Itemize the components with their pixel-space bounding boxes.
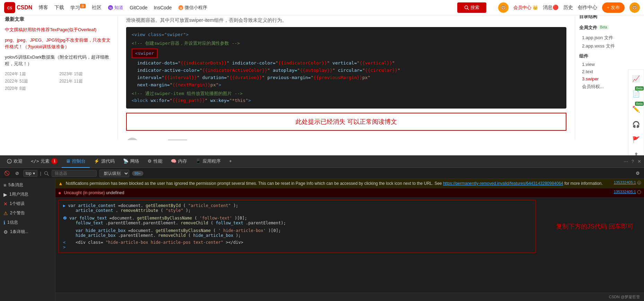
publish-button[interactable]: + 发布: [602, 2, 625, 13]
year-stats: 2024年 1篇 2023年 15篇 2022年 51篇 2021年 11篇 2…: [0, 69, 117, 94]
article-link-0[interactable]: 中文撰稿好用软件推荐TexPage(似于Overleaf): [0, 25, 117, 35]
warnings-icon: ⚠: [3, 210, 8, 216]
devtools-close[interactable]: ✕: [637, 159, 641, 164]
code-line-1: ▶ var article_content =document. getElem…: [63, 203, 531, 208]
nav-zhidao[interactable]: 知 知道: [108, 5, 123, 11]
top-selector[interactable]: top ▾: [23, 170, 37, 177]
svg-text:知: 知: [109, 6, 112, 10]
user-messages-icon: ▶: [3, 192, 7, 197]
toc-item-appjson[interactable]: 1.app.json 文件: [579, 34, 640, 42]
sidebar-user-messages[interactable]: ▶ 1用户消息: [0, 190, 55, 199]
messages-btn[interactable]: 消息🔴: [543, 5, 558, 11]
all-messages-label: 5条消息: [8, 182, 23, 188]
info-icon: ℹ: [3, 220, 5, 225]
navbar-right: 🐵 会员中心👑 消息🔴 历史 创作中心 + 发布 🐵: [498, 2, 640, 13]
errors-icon: ✕: [3, 201, 8, 207]
article-area: 3.swiper 滑块视图容器。其中只可放置swiper-item组件，否则会导…: [118, 0, 575, 140]
uncaught-file: 135332405:1: [614, 190, 641, 194]
overlay-notice: 此处提示已经消失 可以正常阅读博文: [126, 113, 566, 131]
console-main: ▲ Notifications permission has been bloc…: [55, 179, 644, 301]
settings-btn[interactable]: ⚙: [634, 170, 641, 177]
right-doc-icon[interactable]: 📄 Beta: [630, 88, 642, 100]
create-btn[interactable]: 创作中心: [578, 5, 597, 11]
nav-inscode[interactable]: InsCode: [154, 5, 172, 10]
svg-line-7: [467, 8, 469, 10]
nav-gitcode[interactable]: GitCode: [130, 5, 147, 10]
devtools-panel: ⌂ 欢迎 </> 元素 1 🖥 控制台 ⚡ 源代码 📡 网络 ⚙ 性能 🧠 内存: [0, 155, 644, 301]
code-line-2: article_content . removeAttribute ( "sty…: [63, 208, 531, 213]
toc-section-components[interactable]: 组件: [579, 53, 640, 59]
devtools-tab-console[interactable]: 🖥 控制台: [62, 155, 90, 168]
sidebar-warnings[interactable]: ⚠ 2个警告: [0, 208, 55, 218]
errors-label: 1个错误: [10, 201, 25, 207]
toc-beta-badge: Beta: [599, 25, 609, 29]
member-center[interactable]: 会员中心👑: [513, 5, 538, 11]
log-level-select[interactable]: 默认级别: [99, 170, 129, 177]
article-desc: 滑块视图容器。其中只可放置swiper-item组件，否则会导致未定义的行为。: [126, 17, 566, 24]
devtools-tab-network[interactable]: 📡 网络: [119, 155, 143, 168]
sidebar-detail[interactable]: ⚙ 1条详细...: [0, 227, 55, 237]
search-button[interactable]: 搜索: [457, 2, 486, 13]
devtools-tab-memory[interactable]: 🧠 内存: [167, 155, 191, 168]
toc-item-view[interactable]: 1.view: [579, 61, 640, 68]
uncaught-file-link[interactable]: 135332405:1: [614, 190, 636, 194]
detail-icon: ⚙: [3, 229, 8, 235]
year-2: 2022年 51篇: [5, 78, 58, 84]
devtools-tab-elements[interactable]: </> 元素 1: [27, 155, 62, 168]
devtools-tab-performance[interactable]: ⚙ 性能: [143, 155, 167, 168]
notification-link[interactable]: https://permanently-removed.invalid/feat…: [443, 181, 563, 186]
nav-learn[interactable]: 学习新: [70, 4, 86, 11]
code-line-3: ❷ var follow_text =document. getElements…: [63, 216, 531, 221]
right-headphone-icon[interactable]: 🎧: [630, 118, 642, 131]
devtools-tab-welcome[interactable]: ⌂ 欢迎: [3, 155, 27, 168]
sidebar-errors[interactable]: ✕ 1个错误: [0, 199, 55, 208]
navbar: CS CSDN 博客 下载 学习新 社区 知 知道 GitCode InsCod…: [0, 0, 644, 15]
right-floating-icons: 📈 📄 Beta ✏️ Beta 🎧 🚩 ⬆: [628, 69, 644, 164]
notification-file-link[interactable]: 135332405:1: [614, 180, 636, 184]
devtools-tab-add[interactable]: +: [225, 155, 236, 168]
upper-main: 强烈不推荐 不推荐 一般般 推荐 强烈推荐 最新文章 中文撰稿好用软件推荐Tex…: [0, 0, 644, 140]
devtools-toolbar: 🚫 ⊘ top ▾ | 默认级别 99+ ⚙: [0, 168, 644, 179]
svg-line-19: [47, 174, 49, 175]
right-chart-icon[interactable]: 📈: [630, 72, 642, 85]
toc-section-global[interactable]: 全局文件: [579, 25, 597, 31]
year-4: 2020年 8篇: [5, 86, 58, 92]
hint-text: 复制下方的JS代码 回车即可: [556, 222, 634, 231]
notification-msg-text: Notifications permission has been blocke…: [66, 180, 611, 187]
console-filter-input[interactable]: [52, 170, 97, 177]
year-1: 2023年 15篇: [60, 71, 113, 77]
sidebar-info[interactable]: ℹ 1信息: [0, 218, 55, 227]
nav-download[interactable]: 下载: [54, 5, 64, 11]
console-msg-uncaught: ● Uncaught (in promise) undefined 135332…: [55, 188, 644, 198]
devtools-more[interactable]: ⋯: [624, 159, 628, 164]
code-line-5: var hide_article_box =document. getEleme…: [63, 228, 531, 233]
code-block: <view class="swiper"> <!-- 创建swiper容器，并设…: [126, 27, 566, 109]
devtools-tab-application[interactable]: 📱 应用程序: [191, 155, 225, 168]
user-avatar2[interactable]: 🐵: [629, 2, 640, 13]
nav-community[interactable]: 社区: [92, 5, 102, 11]
follow-button[interactable]: 已关注: [168, 140, 188, 140]
sidebar-all-messages[interactable]: ≡ 5条消息: [0, 180, 55, 190]
footer-text: CSDN @梦凝哲雪: [609, 294, 640, 300]
history-btn[interactable]: 历史: [563, 5, 573, 11]
right-edit-icon[interactable]: ✏️ Beta: [630, 103, 642, 115]
article-link-1[interactable]: png、jpeg、JPEG、JPG转jpg不改变前缀，只改变文件格式！（为yol…: [0, 35, 117, 52]
code-line-4: follow_text .parentElement.parentElement…: [63, 221, 531, 225]
logo[interactable]: CS CSDN: [4, 2, 32, 13]
author-avatar: 👤: [126, 138, 139, 140]
svg-text:⊕: ⊕: [638, 182, 640, 184]
nav-wechat[interactable]: 微 微信小程序: [178, 5, 207, 11]
toc-item-appwxss[interactable]: 2.app.wxss 文件: [579, 42, 640, 50]
svg-text:CS: CS: [7, 6, 12, 10]
nav-blog[interactable]: 博客: [38, 5, 48, 11]
user-avatar[interactable]: 🐵: [498, 2, 509, 13]
devtools-tab-right: ⋯ ? ✕: [624, 159, 641, 164]
right-report-icon[interactable]: 🚩: [630, 134, 642, 146]
devtools-help[interactable]: ?: [632, 159, 634, 164]
clear-console-btn[interactable]: 🚫: [3, 170, 11, 177]
left-sidebar: 强烈不推荐 不推荐 一般般 推荐 强烈推荐 最新文章 中文撰稿好用软件推荐Tex…: [0, 0, 118, 140]
devtools-tab-sources[interactable]: ⚡ 源代码: [90, 155, 119, 168]
error-icon: ●: [58, 190, 61, 196]
filter-toggle-btn[interactable]: ⊘: [14, 170, 20, 177]
article-link-2[interactable]: yolov5训练ExDark数据集（附全过程代码，超详细教程，元坑！）: [0, 52, 117, 69]
